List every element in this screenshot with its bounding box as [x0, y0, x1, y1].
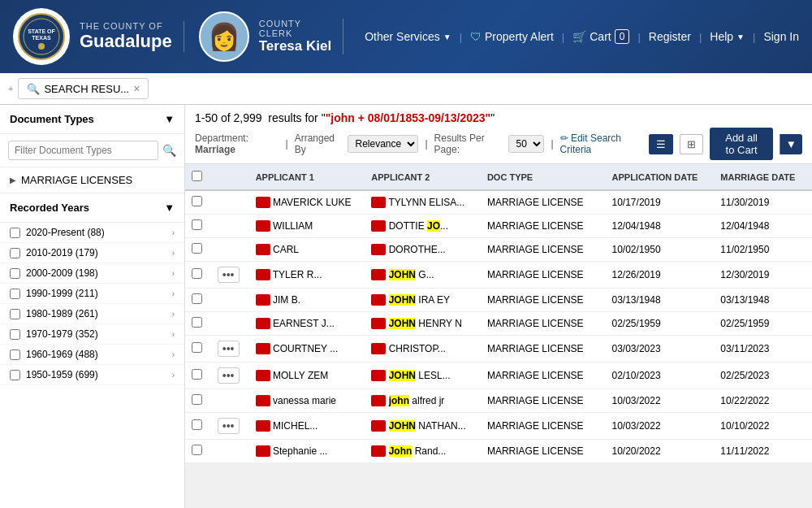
row-doctype: MARRIAGE LICENSE: [481, 363, 606, 389]
recorded-years-header[interactable]: Recorded Years ▼: [0, 193, 184, 223]
applicant1-redacted: [256, 294, 270, 306]
sidebar-year-item: 1970-1979 (352) ›: [0, 324, 184, 345]
search-bar-row: + 🔍 SEARCH RESU... ×: [0, 73, 812, 105]
col-header-appdate: APPLICATION DATE: [606, 164, 715, 190]
document-types-label: Document Types: [10, 113, 94, 125]
row-appdate: 10/03/2022: [606, 413, 715, 440]
list-view-button[interactable]: ☰: [649, 134, 673, 154]
row-doctype: MARRIAGE LICENSE: [481, 190, 606, 215]
year-item-left: 1960-1969 (488): [10, 349, 98, 360]
row-checkbox[interactable]: [192, 268, 202, 279]
results-table: APPLICANT 1 APPLICANT 2 DOC TYPE APPLICA…: [185, 164, 812, 463]
document-types-header[interactable]: Document Types ▼: [0, 105, 184, 134]
applicant1-redacted: [256, 420, 270, 432]
year-item-left: 2020-Present (88): [10, 227, 105, 238]
grid-view-button[interactable]: ⊞: [680, 134, 703, 154]
help-arrow-icon: ▼: [736, 33, 745, 41]
row-applicant2: John Rand...: [365, 440, 481, 463]
year-label: 1950-1959 (699): [26, 369, 98, 380]
nav-property-alert[interactable]: 🛡 Property Alert: [470, 30, 554, 43]
nav-register[interactable]: Register: [649, 30, 691, 43]
row-actions-button[interactable]: •••: [218, 367, 240, 384]
add-cart-dropdown-button[interactable]: ▼: [780, 134, 802, 154]
applicant2-redacted: [371, 395, 386, 406]
row-applicant2: JOHN HENRY N: [365, 312, 481, 336]
filter-search-icon[interactable]: 🔍: [162, 144, 176, 157]
year-checkbox-5[interactable]: [10, 329, 20, 340]
sidebar-item-marriage-licenses[interactable]: ▶ MARRIAGE LICENSES: [0, 167, 184, 193]
year-checkbox-1[interactable]: [10, 248, 20, 258]
row-mardate: 02/25/1959: [714, 312, 812, 336]
edit-criteria-link[interactable]: ✏ Edit Search Criteria: [560, 132, 643, 155]
year-checkbox-0[interactable]: [10, 228, 20, 238]
add-all-to-cart-button[interactable]: Add all to Cart: [710, 128, 772, 160]
close-icon[interactable]: ×: [133, 82, 140, 95]
row-doctype: MARRIAGE LICENSE: [481, 413, 606, 440]
arranged-by-select[interactable]: Relevance: [348, 135, 418, 153]
sidebar-year-item: 2020-Present (88) ›: [0, 223, 184, 243]
row-checkbox[interactable]: [192, 419, 202, 430]
per-page-label: Results Per Page:: [434, 132, 503, 155]
row-checkbox-cell: [185, 336, 211, 363]
applicant2-redacted: [371, 220, 386, 232]
year-checkbox-3[interactable]: [10, 289, 20, 299]
row-dots-cell: •••: [211, 363, 249, 389]
nav-cart[interactable]: 🛒 Cart 0: [572, 29, 629, 44]
row-checkbox[interactable]: [192, 293, 202, 304]
row-appdate: 02/25/1959: [606, 312, 715, 336]
row-applicant2: CHRISTOP...: [365, 336, 481, 363]
row-actions-button[interactable]: •••: [218, 418, 240, 434]
year-checkbox-7[interactable]: [10, 370, 20, 380]
row-applicant1: WILLIAM: [249, 215, 365, 238]
year-arrow-icon: ›: [172, 350, 175, 359]
applicant1-redacted: [256, 445, 270, 457]
row-checkbox[interactable]: [192, 342, 202, 353]
applicant2-redacted: [371, 318, 386, 329]
row-applicant2: JOHN NATHAN...: [365, 413, 481, 440]
sidebar-year-item: 1980-1989 (261) ›: [0, 304, 184, 324]
col-header-mardate: MARRIAGE DATE: [714, 164, 812, 190]
year-item-left: 2000-2009 (198): [10, 267, 98, 279]
nav-other-services[interactable]: Other Services ▼: [365, 30, 451, 43]
row-checkbox-cell: [185, 190, 211, 215]
search-tab[interactable]: 🔍 SEARCH RESU... ×: [18, 78, 149, 99]
year-arrow-icon: ›: [172, 269, 175, 278]
sidebar-year-item: 1990-1999 (211) ›: [0, 284, 184, 304]
per-page-select[interactable]: 50: [508, 135, 544, 153]
row-applicant2: JOHN G...: [365, 262, 481, 289]
nav-help[interactable]: Help ▼: [710, 30, 745, 43]
row-checkbox[interactable]: [192, 369, 202, 380]
select-all-checkbox[interactable]: [192, 171, 202, 181]
row-checkbox[interactable]: [192, 219, 202, 230]
row-checkbox-cell: [185, 389, 211, 413]
shield-icon: 🛡: [470, 30, 482, 43]
row-dots-cell: [211, 312, 249, 336]
row-checkbox[interactable]: [192, 317, 202, 328]
applicant1-redacted: [256, 269, 270, 280]
year-items-list: 2020-Present (88) › 2010-2019 (179) › 20…: [0, 223, 184, 385]
row-checkbox[interactable]: [192, 243, 202, 254]
main-content: 1-50 of 2,999 results for ""john + 08/01…: [185, 105, 812, 508]
nav-sign-in[interactable]: Sign In: [763, 30, 799, 43]
separator3: |: [551, 138, 553, 150]
sidebar-year-item: 1960-1969 (488) ›: [0, 345, 184, 365]
sidebar-year-item: 1950-1959 (699) ›: [0, 365, 184, 385]
filter-document-types-input[interactable]: [8, 141, 158, 160]
applicant2-redacted: [371, 370, 386, 381]
year-item-left: 1970-1979 (352): [10, 328, 98, 340]
table-row: CARL DOROTHE... MARRIAGE LICENSE 10/02/1…: [185, 238, 812, 262]
row-doctype: MARRIAGE LICENSE: [481, 238, 606, 262]
year-checkbox-4[interactable]: [10, 309, 20, 319]
row-checkbox[interactable]: [192, 196, 202, 206]
row-checkbox[interactable]: [192, 445, 202, 455]
sidebar-year-item: 2000-2009 (198) ›: [0, 263, 184, 284]
col-header-applicant1: APPLICANT 1: [249, 164, 365, 190]
row-actions-button[interactable]: •••: [218, 341, 240, 357]
row-checkbox[interactable]: [192, 394, 202, 405]
row-applicant1: COURTNEY ...: [249, 336, 365, 363]
row-actions-button[interactable]: •••: [218, 267, 240, 283]
row-mardate: 11/30/2019: [714, 190, 812, 215]
year-checkbox-6[interactable]: [10, 350, 20, 360]
table-row: WILLIAM DOTTIE JO... MARRIAGE LICENSE 12…: [185, 215, 812, 238]
year-checkbox-2[interactable]: [10, 268, 20, 279]
